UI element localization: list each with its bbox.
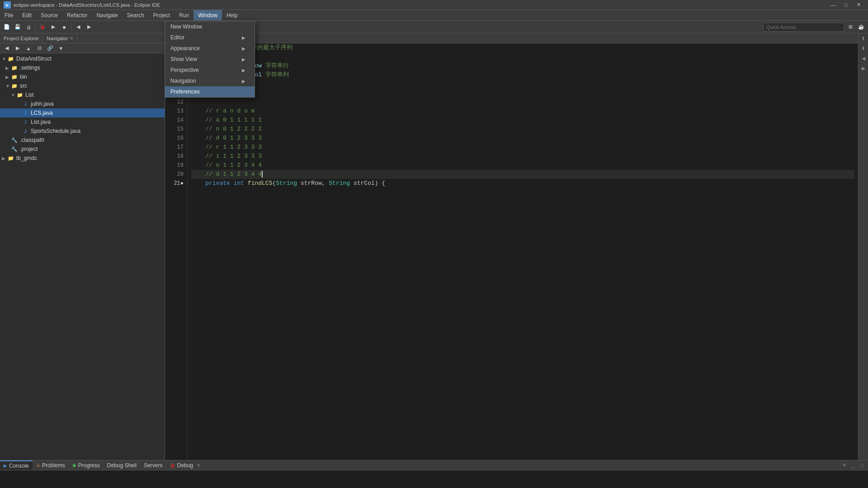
navigator-close-icon[interactable]: ✕ [70,36,73,41]
tree-item-list-java[interactable]: J List.java [0,117,165,127]
tree-item-settings[interactable]: ▶ 📁 .settings [0,63,165,72]
progress-icon: ◉ [72,463,76,468]
menu-project[interactable]: Project [149,10,175,20]
sidebar-tab-navigator[interactable]: Navigator ✕ [43,33,77,43]
bottom-content[interactable] [0,470,868,488]
window-dropdown-menu: New Window Editor ▶ Appearance ▶ Show Vi… [165,21,255,98]
preferences-label: Preferences [170,89,200,95]
bottom-max-btn[interactable]: □ [858,461,866,469]
bottom-tab-problems[interactable]: ⚠ Problems [33,460,69,470]
perspective-btn[interactable]: ⊞ [845,22,855,32]
tree-item-dataandstruct[interactable]: ▼ 📁 DataAndStruct [0,54,165,63]
line-numbers: 6 7 8 9 10 11 12 13 14 15 16 17 18 19 20… [165,43,188,460]
dropdown-navigation[interactable]: Navigation ▶ [165,75,255,86]
dropdown-show-view[interactable]: Show View ▶ [165,54,255,65]
java-perspective-btn[interactable]: ☕ [856,22,866,32]
editor-area: J LCS.java ✕ 6 7 8 9 10 11 12 13 14 15 1… [165,33,858,460]
tree-item-src[interactable]: ▼ 📁 src [0,81,165,90]
right-panel-btn-3[interactable]: ◀ [859,53,868,63]
dropdown-editor[interactable]: Editor ▶ [165,32,255,43]
tree-label: juihh.java [31,101,54,107]
editor-content[interactable]: 6 7 8 9 10 11 12 13 14 15 16 17 18 19 20… [165,43,858,460]
arrow-icon: ▶ [242,68,245,73]
tree-item-project[interactable]: 🔧 .project [0,145,165,154]
menu-window[interactable]: Window [193,10,222,20]
arrow-icon: ▶ [5,75,11,80]
right-panel-btn-2[interactable]: ⬇ [859,43,868,53]
sidebar-tab-project-explorer[interactable]: Project Explorer [0,33,43,43]
arrow-icon: ▶ [242,57,245,62]
bottom-tab-debug[interactable]: 🐞 Debug ✕ [166,460,203,470]
new-button[interactable]: 📄 [2,22,12,32]
debug-button[interactable]: 🐞 [38,22,47,32]
dropdown-new-window[interactable]: New Window [165,21,255,32]
right-panel-btn-4[interactable]: ▶ [859,63,868,73]
menu-edit[interactable]: Edit [18,10,36,20]
menu-search[interactable]: Search [123,10,149,20]
debug-close-icon[interactable]: ✕ [197,463,200,468]
menu-bar: File Edit Source Refactor Navigate Searc… [0,10,868,21]
forward-button[interactable]: ▶ [84,22,94,32]
bottom-controls: ✕ _ □ [840,461,868,469]
tree-label: src [20,83,27,89]
project-explorer-label: Project Explorer [4,36,39,41]
tree-label: .classpath [20,137,44,143]
tree-label: DataAndStruct [16,56,52,62]
title-bar: ☯ eclipse-workspace - DataAndStruct/src/… [0,0,868,10]
toolbar-sep-2 [71,23,71,31]
bottom-min-btn[interactable]: _ [849,461,857,469]
save-button[interactable]: 💾 [13,22,23,32]
sidebar-link-btn[interactable]: 🔗 [45,43,55,53]
navigation-label: Navigation [170,78,196,84]
quick-access-input[interactable] [766,24,841,30]
bottom-panel: ▶ Console ⚠ Problems ◉ Progress Debug Sh… [0,460,868,488]
tree-item-sports[interactable]: J SportsSchedule.java [0,127,165,136]
editor-tabs: J LCS.java ✕ [165,33,858,43]
code-content[interactable]: * 获取两个字符串的最大子序列 * * @param strRow 字符串行 *… [188,43,858,460]
sidebar-menu-btn[interactable]: ▼ [56,43,66,53]
menu-run[interactable]: Run [175,10,193,20]
menu-navigate[interactable]: Navigate [92,10,122,20]
sidebar-forward-btn[interactable]: ▶ [13,43,23,53]
minimize-button[interactable]: — [827,1,839,9]
debug-shell-label: Debug Shell [107,462,137,469]
tree-item-juihh[interactable]: J juihh.java [0,99,165,108]
toolbar-sep-1 [35,23,36,31]
arrow-icon: ▶ [242,79,245,84]
bottom-tab-debug-shell[interactable]: Debug Shell [104,460,140,470]
close-button[interactable]: ✕ [853,1,864,9]
right-panel-btn-1[interactable]: ⬆ [859,33,868,43]
menu-file[interactable]: File [0,10,18,20]
sidebar-up-btn[interactable]: ▲ [24,43,33,53]
sidebar-collapse-btn[interactable]: ⊟ [34,43,44,53]
print-button[interactable]: 🖨 [24,22,33,32]
bottom-tab-servers[interactable]: Servers [140,460,166,470]
bottom-tab-console[interactable]: ▶ Console [0,460,33,470]
appearance-label: Appearance [170,45,200,52]
arrow-icon: ▶ [2,156,7,161]
menu-refactor[interactable]: Refactor [62,10,92,20]
debug-icon: 🐞 [170,463,175,468]
menu-help[interactable]: Help [222,10,242,20]
dropdown-appearance[interactable]: Appearance ▶ [165,43,255,54]
stop-button[interactable]: ■ [59,22,69,32]
tree-item-tbgmdc[interactable]: ▶ 📁 tb_gmdc [0,154,165,163]
tree-label: List [25,92,34,98]
tree-item-bin[interactable]: ▶ 📁 bin [0,72,165,81]
maximize-button[interactable]: □ [840,1,852,9]
menu-source[interactable]: Source [36,10,62,20]
bottom-tab-progress[interactable]: ◉ Progress [69,460,104,470]
back-button[interactable]: ◀ [73,22,83,32]
tree-item-list[interactable]: ▼ 📁 List [0,90,165,99]
tree-item-lcs[interactable]: J LCS.java [0,108,165,117]
bottom-tabs: ▶ Console ⚠ Problems ◉ Progress Debug Sh… [0,460,868,470]
dropdown-preferences[interactable]: Preferences [165,86,255,97]
app-icon: ☯ [4,1,11,9]
bottom-close-btn[interactable]: ✕ [840,461,848,469]
tree-item-classpath[interactable]: 🔧 .classpath [0,136,165,145]
problems-icon: ⚠ [36,463,40,468]
run-button[interactable]: ▶ [48,22,58,32]
dropdown-perspective[interactable]: Perspective ▶ [165,65,255,75]
sidebar-back-btn[interactable]: ◀ [2,43,12,53]
quick-access-box[interactable] [763,23,844,32]
